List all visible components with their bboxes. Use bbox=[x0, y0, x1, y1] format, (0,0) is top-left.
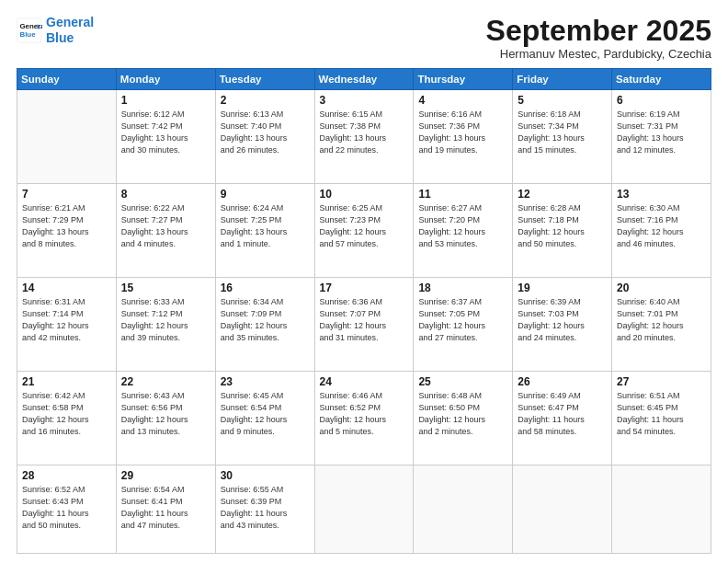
day-number: 2 bbox=[221, 94, 310, 107]
month-title: September 2025 bbox=[486, 15, 711, 47]
day-number: 13 bbox=[617, 188, 706, 201]
calendar-cell: 1Sunrise: 6:12 AM Sunset: 7:42 PM Daylig… bbox=[116, 90, 215, 184]
calendar-cell bbox=[17, 90, 117, 184]
day-detail: Sunrise: 6:25 AM Sunset: 7:23 PM Dayligh… bbox=[320, 202, 409, 250]
calendar-cell: 9Sunrise: 6:24 AM Sunset: 7:25 PM Daylig… bbox=[215, 184, 314, 278]
calendar-cell: 15Sunrise: 6:33 AM Sunset: 7:12 PM Dayli… bbox=[116, 278, 215, 372]
day-detail: Sunrise: 6:52 AM Sunset: 6:43 PM Dayligh… bbox=[22, 484, 111, 532]
calendar-cell: 23Sunrise: 6:45 AM Sunset: 6:54 PM Dayli… bbox=[215, 372, 314, 465]
day-number: 12 bbox=[518, 188, 607, 201]
day-number: 3 bbox=[320, 94, 409, 107]
calendar-cell: 4Sunrise: 6:16 AM Sunset: 7:36 PM Daylig… bbox=[414, 90, 513, 184]
weekday-header-saturday: Saturday bbox=[612, 69, 711, 90]
day-number: 24 bbox=[320, 375, 409, 388]
calendar-cell: 28Sunrise: 6:52 AM Sunset: 6:43 PM Dayli… bbox=[17, 465, 117, 554]
calendar-cell: 7Sunrise: 6:21 AM Sunset: 7:29 PM Daylig… bbox=[17, 184, 117, 278]
header: General Blue GeneralBlue September 2025 … bbox=[17, 15, 711, 61]
day-number: 25 bbox=[418, 375, 507, 388]
calendar-cell: 13Sunrise: 6:30 AM Sunset: 7:16 PM Dayli… bbox=[612, 184, 711, 278]
day-number: 5 bbox=[518, 94, 607, 107]
weekday-header-friday: Friday bbox=[513, 69, 612, 90]
day-detail: Sunrise: 6:31 AM Sunset: 7:14 PM Dayligh… bbox=[22, 296, 111, 344]
calendar-cell: 22Sunrise: 6:43 AM Sunset: 6:56 PM Dayli… bbox=[116, 372, 215, 465]
day-detail: Sunrise: 6:30 AM Sunset: 7:16 PM Dayligh… bbox=[617, 202, 706, 250]
page: General Blue GeneralBlue September 2025 … bbox=[0, 0, 728, 563]
day-number: 17 bbox=[320, 282, 409, 294]
calendar-cell: 18Sunrise: 6:37 AM Sunset: 7:05 PM Dayli… bbox=[414, 278, 513, 372]
day-number: 6 bbox=[617, 94, 706, 107]
day-detail: Sunrise: 6:12 AM Sunset: 7:42 PM Dayligh… bbox=[121, 109, 210, 156]
logo: General Blue GeneralBlue bbox=[17, 15, 94, 46]
calendar-cell: 12Sunrise: 6:28 AM Sunset: 7:18 PM Dayli… bbox=[513, 184, 612, 278]
day-detail: Sunrise: 6:46 AM Sunset: 6:52 PM Dayligh… bbox=[320, 390, 409, 438]
day-number: 16 bbox=[221, 282, 310, 294]
calendar-cell: 5Sunrise: 6:18 AM Sunset: 7:34 PM Daylig… bbox=[513, 90, 612, 184]
weekday-header-monday: Monday bbox=[116, 69, 215, 90]
day-detail: Sunrise: 6:36 AM Sunset: 7:07 PM Dayligh… bbox=[320, 296, 409, 344]
calendar-cell: 29Sunrise: 6:54 AM Sunset: 6:41 PM Dayli… bbox=[116, 465, 215, 554]
calendar-cell: 3Sunrise: 6:15 AM Sunset: 7:38 PM Daylig… bbox=[314, 90, 414, 184]
calendar-cell: 27Sunrise: 6:51 AM Sunset: 6:45 PM Dayli… bbox=[612, 372, 711, 465]
calendar-cell bbox=[314, 465, 414, 554]
weekday-header-sunday: Sunday bbox=[17, 69, 117, 90]
day-detail: Sunrise: 6:27 AM Sunset: 7:20 PM Dayligh… bbox=[418, 202, 507, 250]
logo-icon: General Blue bbox=[17, 17, 42, 43]
day-detail: Sunrise: 6:28 AM Sunset: 7:18 PM Dayligh… bbox=[518, 202, 607, 250]
day-number: 22 bbox=[121, 375, 210, 388]
calendar: SundayMondayTuesdayWednesdayThursdayFrid… bbox=[17, 68, 711, 554]
day-number: 7 bbox=[22, 188, 111, 201]
logo-text: GeneralBlue bbox=[46, 15, 94, 46]
svg-text:Blue: Blue bbox=[20, 30, 37, 39]
calendar-cell: 26Sunrise: 6:49 AM Sunset: 6:47 PM Dayli… bbox=[513, 372, 612, 465]
day-detail: Sunrise: 6:51 AM Sunset: 6:45 PM Dayligh… bbox=[617, 390, 706, 438]
day-number: 27 bbox=[617, 375, 706, 388]
calendar-cell: 11Sunrise: 6:27 AM Sunset: 7:20 PM Dayli… bbox=[414, 184, 513, 278]
day-detail: Sunrise: 6:21 AM Sunset: 7:29 PM Dayligh… bbox=[22, 202, 111, 250]
day-detail: Sunrise: 6:13 AM Sunset: 7:40 PM Dayligh… bbox=[221, 109, 310, 156]
calendar-cell: 21Sunrise: 6:42 AM Sunset: 6:58 PM Dayli… bbox=[17, 372, 117, 465]
day-number: 26 bbox=[518, 375, 607, 388]
calendar-cell: 17Sunrise: 6:36 AM Sunset: 7:07 PM Dayli… bbox=[314, 278, 414, 372]
calendar-cell: 30Sunrise: 6:55 AM Sunset: 6:39 PM Dayli… bbox=[215, 465, 314, 554]
title-block: September 2025 Hermanuv Mestec, Pardubic… bbox=[486, 15, 711, 61]
day-detail: Sunrise: 6:22 AM Sunset: 7:27 PM Dayligh… bbox=[121, 202, 210, 250]
calendar-cell bbox=[513, 465, 612, 554]
calendar-cell: 24Sunrise: 6:46 AM Sunset: 6:52 PM Dayli… bbox=[314, 372, 414, 465]
day-number: 19 bbox=[518, 282, 607, 294]
day-detail: Sunrise: 6:40 AM Sunset: 7:01 PM Dayligh… bbox=[617, 296, 706, 344]
weekday-header-row: SundayMondayTuesdayWednesdayThursdayFrid… bbox=[17, 69, 711, 90]
day-detail: Sunrise: 6:42 AM Sunset: 6:58 PM Dayligh… bbox=[22, 390, 111, 438]
calendar-cell: 14Sunrise: 6:31 AM Sunset: 7:14 PM Dayli… bbox=[17, 278, 117, 372]
day-detail: Sunrise: 6:24 AM Sunset: 7:25 PM Dayligh… bbox=[221, 202, 310, 250]
calendar-cell: 20Sunrise: 6:40 AM Sunset: 7:01 PM Dayli… bbox=[612, 278, 711, 372]
day-number: 1 bbox=[121, 94, 210, 107]
day-detail: Sunrise: 6:33 AM Sunset: 7:12 PM Dayligh… bbox=[121, 296, 210, 344]
calendar-cell: 8Sunrise: 6:22 AM Sunset: 7:27 PM Daylig… bbox=[116, 184, 215, 278]
calendar-cell: 16Sunrise: 6:34 AM Sunset: 7:09 PM Dayli… bbox=[215, 278, 314, 372]
day-number: 21 bbox=[22, 375, 111, 388]
day-detail: Sunrise: 6:48 AM Sunset: 6:50 PM Dayligh… bbox=[418, 390, 507, 438]
day-number: 9 bbox=[221, 188, 310, 201]
calendar-cell: 25Sunrise: 6:48 AM Sunset: 6:50 PM Dayli… bbox=[414, 372, 513, 465]
day-detail: Sunrise: 6:45 AM Sunset: 6:54 PM Dayligh… bbox=[221, 390, 310, 438]
day-detail: Sunrise: 6:15 AM Sunset: 7:38 PM Dayligh… bbox=[320, 109, 409, 156]
week-row-1: 1Sunrise: 6:12 AM Sunset: 7:42 PM Daylig… bbox=[17, 90, 711, 184]
calendar-cell: 6Sunrise: 6:19 AM Sunset: 7:31 PM Daylig… bbox=[612, 90, 711, 184]
day-number: 4 bbox=[418, 94, 507, 107]
calendar-cell: 10Sunrise: 6:25 AM Sunset: 7:23 PM Dayli… bbox=[314, 184, 414, 278]
day-number: 29 bbox=[121, 469, 210, 482]
day-number: 23 bbox=[221, 375, 310, 388]
day-detail: Sunrise: 6:34 AM Sunset: 7:09 PM Dayligh… bbox=[221, 296, 310, 344]
day-number: 11 bbox=[418, 188, 507, 201]
day-number: 10 bbox=[320, 188, 409, 201]
day-detail: Sunrise: 6:54 AM Sunset: 6:41 PM Dayligh… bbox=[121, 484, 210, 532]
day-number: 28 bbox=[22, 469, 111, 482]
day-number: 20 bbox=[617, 282, 706, 294]
day-detail: Sunrise: 6:16 AM Sunset: 7:36 PM Dayligh… bbox=[418, 109, 507, 156]
day-detail: Sunrise: 6:18 AM Sunset: 7:34 PM Dayligh… bbox=[518, 109, 607, 156]
day-number: 15 bbox=[121, 282, 210, 294]
week-row-4: 21Sunrise: 6:42 AM Sunset: 6:58 PM Dayli… bbox=[17, 372, 711, 465]
calendar-cell: 2Sunrise: 6:13 AM Sunset: 7:40 PM Daylig… bbox=[215, 90, 314, 184]
weekday-header-wednesday: Wednesday bbox=[314, 69, 414, 90]
day-number: 18 bbox=[418, 282, 507, 294]
